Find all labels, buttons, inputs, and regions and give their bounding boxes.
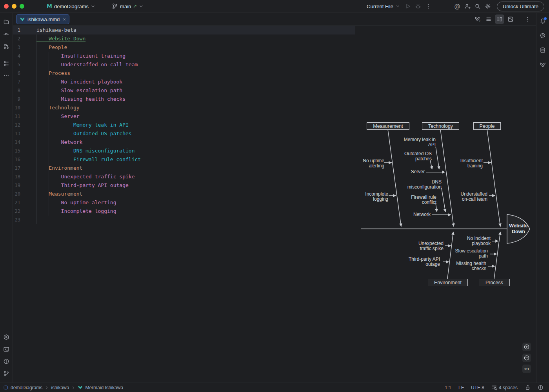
line-number[interactable]: 6 <box>13 69 20 78</box>
search-everywhere-button[interactable] <box>473 1 483 11</box>
line-number[interactable]: 20 <box>13 190 20 198</box>
line-number[interactable]: 12 <box>13 121 20 129</box>
close-window-button[interactable] <box>4 4 9 9</box>
zoom-out-button[interactable] <box>522 354 531 362</box>
more-tool-windows-button[interactable] <box>1 71 11 81</box>
indent-widget[interactable]: 4 spaces <box>491 385 518 390</box>
mermaid-preview-panel: Measurement Technology People Environmen… <box>355 26 536 383</box>
line-number[interactable]: 8 <box>13 86 20 95</box>
toolbar-divider <box>519 16 519 23</box>
minimize-window-button[interactable] <box>12 4 16 9</box>
encoding-widget[interactable]: UTF-8 <box>471 385 484 390</box>
line-number[interactable]: 9 <box>13 95 20 103</box>
code-with-me-button[interactable] <box>462 1 473 11</box>
code-text: Incomplete logging <box>36 207 116 216</box>
line-number[interactable]: 4 <box>13 52 20 60</box>
services-tool-button[interactable] <box>1 332 11 342</box>
breadcrumb-element[interactable]: Mermaid Ishikawa <box>85 385 123 390</box>
line-number[interactable]: 22 <box>13 207 20 216</box>
caret-position-widget[interactable]: 1:1 <box>445 385 451 390</box>
project-logo-icon: M <box>47 3 52 9</box>
line-number[interactable]: 14 <box>13 138 20 147</box>
settings-button[interactable] <box>483 1 493 11</box>
structure-icon <box>3 60 9 67</box>
line-number[interactable]: 3 <box>13 43 20 52</box>
breadcrumb-project[interactable]: demoDiagrams <box>11 385 42 390</box>
ai-assistant-tool-button[interactable] <box>538 31 548 41</box>
show-editor-only-button[interactable] <box>484 15 493 24</box>
readonly-toggle[interactable] <box>525 385 531 390</box>
line-number[interactable]: 2 <box>13 34 20 43</box>
add-user-icon <box>464 3 471 9</box>
pull-requests-tool-button[interactable] <box>1 41 11 51</box>
line-number[interactable]: 16 <box>13 155 20 164</box>
line-number[interactable]: 18 <box>13 172 20 181</box>
line-number[interactable]: 7 <box>13 78 20 86</box>
code-editor[interactable]: 1 ishikawa-beta 2 Website Down 3 People … <box>13 26 355 383</box>
line-number[interactable]: 11 <box>13 112 20 121</box>
problems-tool-button[interactable] <box>1 356 11 367</box>
cause-label-no-incident-playbook: No incident playbook <box>467 236 491 247</box>
debug-button[interactable] <box>413 1 423 11</box>
chevron-right-icon <box>71 386 75 390</box>
line-number[interactable]: 15 <box>13 147 20 155</box>
zoom-in-button[interactable] <box>522 343 531 351</box>
cause-label-understaffed: Understaffed on-call team <box>461 192 488 202</box>
line-ending-widget[interactable]: LF <box>458 385 464 390</box>
breadcrumb-file[interactable]: ishikawa <box>51 385 69 390</box>
branch-widget[interactable]: main ↗ <box>109 2 146 11</box>
line-number[interactable]: 10 <box>13 103 20 112</box>
mermaid-logo-icon <box>78 385 83 390</box>
line-number[interactable]: 19 <box>13 181 20 190</box>
code-text: Insufficient training <box>36 52 125 60</box>
line-number[interactable]: 5 <box>13 60 20 69</box>
database-tool-button[interactable] <box>538 45 548 55</box>
line-number[interactable]: 13 <box>13 129 20 138</box>
line-number[interactable]: 23 <box>13 216 20 224</box>
code-text: People <box>36 43 67 52</box>
unlock-ultimate-button[interactable]: Unlock Ultimate <box>497 2 544 11</box>
structure-tool-button[interactable] <box>1 58 11 69</box>
code-text: Outdated OS patches <box>36 129 132 138</box>
code-text: Server <box>36 112 80 121</box>
zoom-reset-button[interactable]: 1:1 <box>522 365 531 373</box>
ai-assistant-icon: @ <box>454 3 460 10</box>
indent-lines-icon <box>491 385 497 390</box>
project-tool-button[interactable] <box>1 17 11 27</box>
commit-tool-button[interactable] <box>1 29 11 39</box>
svg-text:?: ? <box>479 20 480 22</box>
show-preview-only-button[interactable] <box>506 15 515 24</box>
code-text: Missing health checks <box>36 95 125 103</box>
editor-options-button[interactable] <box>523 15 532 24</box>
project-widget[interactable]: M demoDiagrams <box>44 2 98 11</box>
cause-label-firewall-conflict: Firewall rule conflict <box>411 195 436 205</box>
maximize-window-button[interactable] <box>20 4 24 9</box>
tab-filename: ishikawa.mmd <box>27 16 60 22</box>
show-editor-and-preview-button[interactable] <box>495 15 504 24</box>
ai-assistant-button[interactable]: @ <box>452 1 462 11</box>
run-configuration-selector[interactable]: Current File <box>364 2 403 11</box>
version-control-tool-button[interactable] <box>1 368 11 379</box>
inspections-widget[interactable] <box>538 385 544 390</box>
code-text: DNS misconfiguration <box>36 147 135 155</box>
run-button[interactable] <box>403 1 413 11</box>
line-number[interactable]: 17 <box>13 164 20 172</box>
line-number[interactable]: 1 <box>13 26 20 34</box>
mermaid-tool-button[interactable] <box>538 60 548 70</box>
project-module-icon <box>3 385 8 390</box>
close-tab-icon[interactable]: × <box>63 16 66 22</box>
exclamation-circle-icon <box>538 385 544 390</box>
code-text: No uptime alerting <box>36 198 116 207</box>
push-arrow-icon: ↗ <box>133 4 137 9</box>
notifications-button[interactable] <box>538 16 548 26</box>
branch-label-server: Server <box>411 169 425 174</box>
mermaid-options-button[interactable]: ? <box>473 15 482 24</box>
git-branch-icon <box>112 3 118 9</box>
cause-label-dns-misconfiguration: DNS misconfiguration <box>407 180 442 190</box>
terminal-tool-button[interactable] <box>1 344 11 354</box>
git-branch-icon <box>3 370 9 377</box>
more-actions-button[interactable] <box>423 1 433 11</box>
status-widgets: 1:1 LF UTF-8 4 spaces <box>445 385 544 390</box>
tab-ishikawa-mmd[interactable]: ishikawa.mmd × <box>16 14 69 24</box>
line-number[interactable]: 21 <box>13 198 20 207</box>
